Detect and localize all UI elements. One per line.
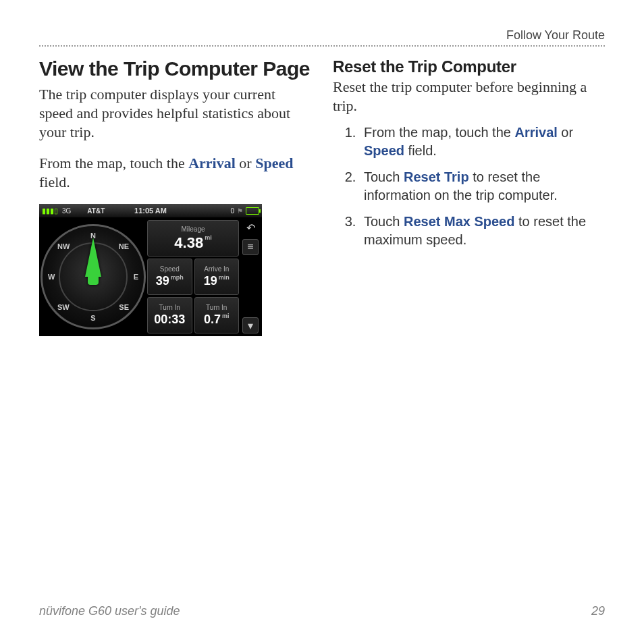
keyword-arrival: Arrival [188, 155, 236, 171]
compass-panel[interactable]: N NE E SE S SW W NW [39, 217, 147, 336]
footer-guide-name: nüvifone G60 user's guide [39, 604, 180, 618]
intro-paragraph: The trip computer displays your current … [39, 85, 311, 142]
steps-list: From the map, touch the Arrival or Speed… [333, 124, 605, 249]
side-toolbar: ↶ ≡ ▾ [239, 217, 262, 336]
text: or [236, 155, 255, 171]
step-item: Touch Reset Trip to reset the informatio… [360, 168, 605, 205]
breadcrumb: Follow Your Route [39, 28, 605, 43]
compass-nw: NW [57, 242, 70, 250]
trip-tiles: Mileage 4.38mi Speed 39mph Arrive In [147, 217, 239, 336]
tile-label: Turn In [159, 304, 180, 311]
speed-tile[interactable]: Speed 39mph [147, 259, 192, 295]
keyword: Arrival [514, 125, 557, 140]
clock: 11:05 AM [134, 207, 167, 215]
subsection-intro: Reset the trip computer before beginning… [333, 78, 605, 115]
battery-icon [246, 207, 259, 215]
keyword: Reset Trip [404, 169, 469, 184]
right-column: Reset the Trip Computer Reset the trip c… [333, 53, 605, 336]
left-column: View the Trip Computer Page The trip com… [39, 53, 311, 336]
turn-dist-tile[interactable]: Turn In 0.7mi [194, 297, 240, 333]
tile-value: 39mph [156, 274, 184, 288]
compass-sw: SW [57, 303, 70, 311]
text: field. [39, 173, 70, 190]
text: field. [404, 143, 437, 158]
text: Touch [364, 214, 404, 229]
tile-value: 19min [204, 274, 230, 288]
menu-icon[interactable]: ≡ [242, 239, 259, 255]
text: Touch [364, 169, 404, 184]
text: From the map, touch the [39, 155, 188, 171]
compass-se: SE [119, 303, 129, 311]
arrive-tile[interactable]: Arrive In 19min [194, 259, 240, 295]
compass-ne: NE [119, 242, 129, 250]
compass-w: W [48, 273, 55, 281]
tile-value: 0.7mi [204, 313, 230, 327]
bt-icon: ⚑ [237, 207, 243, 215]
footer-page-number: 29 [591, 604, 605, 618]
back-icon[interactable]: ↶ [243, 220, 258, 235]
turn-time-tile[interactable]: Turn In 00:33 [147, 297, 192, 333]
carrier-label: AT&T [87, 207, 105, 215]
text: or [558, 125, 573, 140]
subsection-title: Reset the Trip Computer [333, 57, 605, 76]
step-item: From the map, touch the Arrival or Speed… [360, 124, 605, 160]
device-screenshot: ▮▮▮▯ 3G AT&T 11:05 AM 0 ⚑ N [39, 204, 262, 336]
compass-e: E [134, 273, 138, 281]
tile-label: Speed [160, 265, 180, 273]
text: From the map, touch the [364, 125, 514, 140]
instruction-paragraph: From the map, touch the Arrival or Speed… [39, 154, 311, 192]
compass: N NE E SE S SW W NW [41, 224, 146, 329]
signal-icon: ▮▮▮▯ [42, 207, 58, 215]
tile-label: Turn In [206, 304, 227, 311]
down-icon[interactable]: ▾ [242, 317, 259, 333]
network-label: 3G [62, 207, 71, 215]
keyword: Speed [364, 143, 404, 158]
status-bar: ▮▮▮▯ 3G AT&T 11:05 AM 0 ⚑ [39, 204, 262, 217]
tile-label: Arrive In [204, 265, 229, 273]
page-footer: nüvifone G60 user's guide 29 [39, 604, 605, 618]
tile-value: 00:33 [154, 313, 185, 327]
keyword: Reset Max Speed [404, 214, 515, 229]
status-indicator: 0 [230, 207, 234, 215]
section-title: View the Trip Computer Page [39, 57, 311, 81]
compass-needle-icon [85, 238, 101, 277]
step-item: Touch Reset Max Speed to reset the maxim… [360, 213, 605, 249]
tile-label: Mileage [181, 225, 205, 233]
mileage-tile[interactable]: Mileage 4.38mi [147, 220, 239, 257]
divider [39, 45, 605, 47]
keyword-speed: Speed [255, 155, 293, 171]
compass-s: S [90, 314, 95, 322]
tile-value: 4.38mi [174, 234, 211, 252]
